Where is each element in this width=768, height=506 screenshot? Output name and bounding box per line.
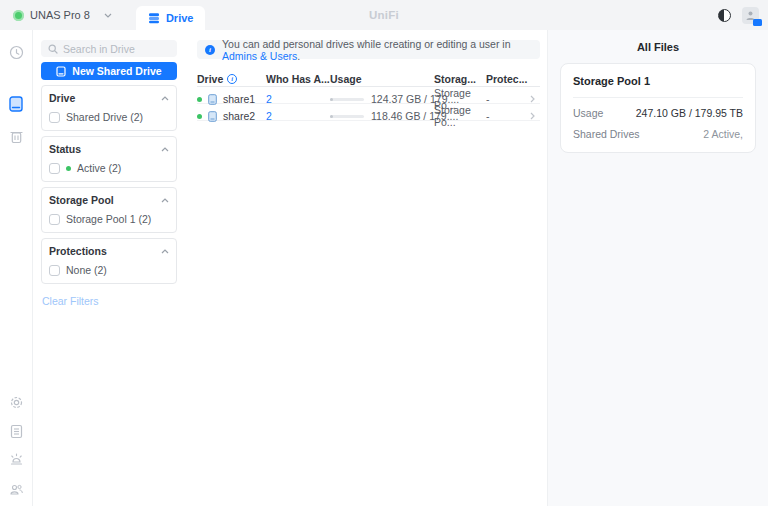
console-status-icon <box>13 10 24 21</box>
filter-option-shared-drive: Shared Drive (2) <box>49 111 169 123</box>
chevron-up-icon <box>161 198 169 203</box>
banner-text: You can add personal drives while creati… <box>222 38 532 62</box>
chevron-up-icon <box>161 96 169 101</box>
usage-bar <box>330 115 364 118</box>
filter-title: Drive <box>49 92 75 104</box>
filter-option-storage-pool-1: Storage Pool 1 (2) <box>49 213 169 225</box>
top-bar: UNAS Pro 8 Drive UniFi <box>0 0 768 30</box>
row-chevron[interactable] <box>530 112 540 120</box>
info-icon: i <box>205 45 215 55</box>
active-status-dot <box>197 114 202 119</box>
user-avatar[interactable] <box>742 7 759 24</box>
filter-sidebar: New Shared Drive Drive Shared Drive (2) … <box>33 30 186 506</box>
usage-bar <box>330 98 364 101</box>
filter-option-label: Active (2) <box>77 162 121 174</box>
chevron-right-icon <box>530 95 535 103</box>
table-header-row: Drive i Who Has A... Usage Storag... Pro… <box>197 71 540 87</box>
filter-option-label: None (2) <box>66 264 107 276</box>
table-body: share1 2 124.37 GB / 179.... Storage Po.… <box>197 87 540 121</box>
active-status-dot <box>197 97 202 102</box>
filter-header-status[interactable]: Status <box>49 143 169 155</box>
app-title: UniFi <box>369 9 399 21</box>
column-header-drive[interactable]: Drive i <box>197 73 266 85</box>
divider <box>573 97 743 98</box>
filter-card-status: Status Active (2) <box>41 136 177 182</box>
tab-drive[interactable]: Drive <box>136 6 206 30</box>
search-icon <box>48 44 58 54</box>
checkbox[interactable] <box>49 214 60 225</box>
new-shared-drive-button[interactable]: New Shared Drive <box>41 62 177 80</box>
filter-header-protections[interactable]: Protections <box>49 245 169 257</box>
info-banner: i You can add personal drives while crea… <box>197 40 540 59</box>
shared-drive-icon <box>208 111 217 122</box>
banner-text-before: You can add personal drives while creati… <box>222 38 511 50</box>
recent-icon[interactable] <box>7 43 25 61</box>
table-row-share2[interactable]: share2 2 118.46 GB / 179.... Storage Po.… <box>197 104 540 121</box>
table-row-share1[interactable]: share1 2 124.37 GB / 179.... Storage Po.… <box>197 87 540 104</box>
column-header-storage[interactable]: Storag... <box>434 73 486 85</box>
chevron-up-icon <box>161 147 169 152</box>
alerts-icon[interactable] <box>7 451 25 469</box>
filter-option-none: None (2) <box>49 264 169 276</box>
filter-option-label: Shared Drive (2) <box>66 111 143 123</box>
chevron-up-icon <box>161 249 169 254</box>
console-switcher[interactable]: UNAS Pro 8 <box>0 0 122 30</box>
shared-drives-label: Shared Drives <box>573 128 640 140</box>
usage-row: Usage 247.10 GB / 179.95 TB <box>573 107 743 119</box>
shared-drives-row: Shared Drives 2 Active, <box>573 128 743 140</box>
filter-option-active: Active (2) <box>49 162 169 174</box>
admins-users-link[interactable]: Admins & Users <box>222 50 297 62</box>
usage-label: Usage <box>573 107 603 119</box>
info-icon[interactable]: i <box>227 74 237 84</box>
drive-search[interactable] <box>41 40 177 57</box>
filter-card-protections: Protections None (2) <box>41 238 177 284</box>
console-name: UNAS Pro 8 <box>30 9 90 21</box>
column-header-protections[interactable]: Protec... <box>486 73 530 85</box>
column-header-usage[interactable]: Usage <box>330 73 434 85</box>
row-chevron[interactable] <box>530 95 540 103</box>
search-input[interactable] <box>63 43 170 55</box>
topbar-actions <box>718 0 759 30</box>
filter-title: Protections <box>49 245 107 257</box>
checkbox[interactable] <box>49 112 60 123</box>
settings-gear-icon[interactable] <box>7 393 25 411</box>
drives-table: Drive i Who Has A... Usage Storag... Pro… <box>197 71 540 121</box>
column-header-who-has-access[interactable]: Who Has A... <box>266 73 330 85</box>
support-users-icon[interactable] <box>7 480 25 498</box>
shared-drives-value: 2 Active, <box>703 128 743 140</box>
protections-cell: - <box>486 110 530 122</box>
who-has-access-link[interactable]: 2 <box>266 110 330 122</box>
filter-title: Status <box>49 143 81 155</box>
drive-name: share2 <box>223 110 255 122</box>
filter-header-storage-pool[interactable]: Storage Pool <box>49 194 169 206</box>
active-status-dot <box>66 166 71 171</box>
drive-plus-icon <box>56 66 66 77</box>
storage-pool-card: Storage Pool 1 Usage 247.10 GB / 179.95 … <box>560 63 756 153</box>
theme-toggle-icon[interactable] <box>718 9 731 22</box>
filter-header-drive[interactable]: Drive <box>49 92 169 104</box>
drive-name: share1 <box>223 93 255 105</box>
avatar-badge <box>753 19 762 26</box>
filter-card-storage-pool: Storage Pool Storage Pool 1 (2) <box>41 187 177 233</box>
left-icon-rail <box>0 30 33 506</box>
logs-icon[interactable] <box>7 422 25 440</box>
details-panel: All Files Storage Pool 1 Usage 247.10 GB… <box>547 30 768 506</box>
chevron-down-icon <box>104 13 112 18</box>
trash-icon[interactable] <box>7 127 25 145</box>
usage-value: 247.10 GB / 179.95 TB <box>636 107 743 119</box>
checkbox[interactable] <box>49 265 60 276</box>
who-has-access-link[interactable]: 2 <box>266 93 330 105</box>
details-title: All Files <box>560 41 756 53</box>
shared-drive-icon <box>208 94 217 105</box>
usage-cell: 118.46 GB / 179.... <box>330 110 434 122</box>
clear-filters-link[interactable]: Clear Filters <box>42 295 177 307</box>
drive-icon <box>148 12 160 24</box>
usage-cell: 124.37 GB / 179.... <box>330 93 434 105</box>
chevron-right-icon <box>530 112 535 120</box>
drive-files-icon[interactable] <box>7 95 25 113</box>
checkbox[interactable] <box>49 163 60 174</box>
filter-title: Storage Pool <box>49 194 114 206</box>
storage-cell: Storage Po... <box>434 104 486 128</box>
filter-card-drive: Drive Shared Drive (2) <box>41 85 177 131</box>
filter-option-label: Storage Pool 1 (2) <box>66 213 151 225</box>
